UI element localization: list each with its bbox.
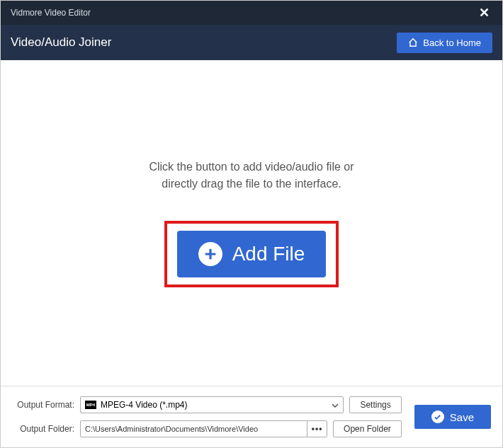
main-area[interactable]: Click the button to add video/audio file… [1, 60, 502, 386]
add-file-label: Add File [232, 243, 305, 265]
plus-icon [198, 242, 222, 266]
output-folder-label: Output Folder: [12, 424, 74, 434]
footer: Output Format: MP4 MPEG-4 Video (*.mp4) … [1, 386, 502, 447]
output-format-label: Output Format: [12, 400, 74, 410]
settings-button[interactable]: Settings [349, 396, 401, 413]
instruction-text: Click the button to add video/audio file… [149, 159, 354, 193]
output-format-select[interactable]: MP4 MPEG-4 Video (*.mp4) [80, 396, 344, 413]
add-file-button[interactable]: Add File [177, 231, 327, 277]
highlight-box: Add File [164, 221, 339, 287]
save-label: Save [450, 411, 474, 423]
home-icon [408, 38, 418, 47]
home-button-label: Back to Home [423, 38, 481, 48]
output-folder-input[interactable] [81, 421, 307, 437]
chevron-down-icon [332, 400, 339, 410]
close-icon[interactable]: ✕ [476, 5, 492, 21]
titlebar: Vidmore Video Editor ✕ [1, 1, 502, 25]
browse-button[interactable]: ••• [307, 421, 327, 437]
output-folder-field: ••• [80, 420, 327, 437]
header: Video/Audio Joiner Back to Home [1, 25, 502, 60]
back-to-home-button[interactable]: Back to Home [397, 33, 492, 53]
open-folder-button[interactable]: Open Folder [333, 420, 402, 437]
save-button[interactable]: Save [414, 405, 491, 429]
format-value: MPEG-4 Video (*.mp4) [101, 400, 188, 410]
check-icon [431, 410, 444, 423]
page-title: Video/Audio Joiner [11, 35, 111, 50]
mp4-icon: MP4 [85, 401, 96, 409]
app-name: Vidmore Video Editor [11, 8, 91, 18]
